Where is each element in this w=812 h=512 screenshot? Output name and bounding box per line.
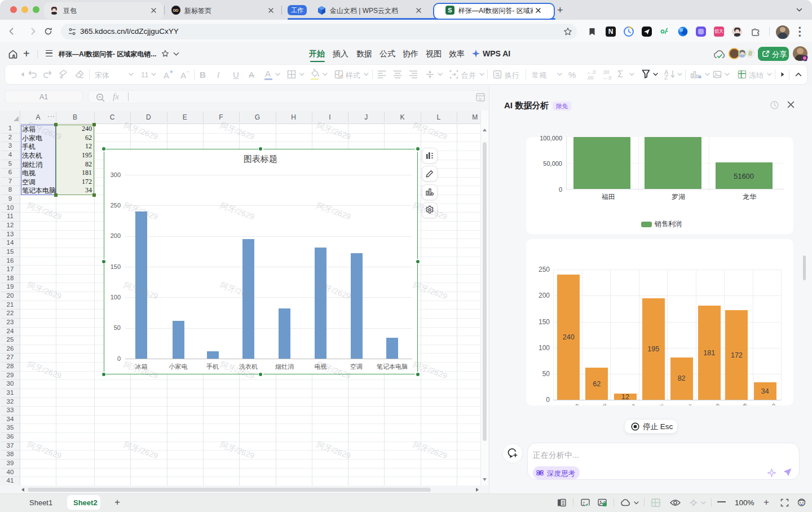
svg-text:fx: fx (479, 97, 482, 101)
